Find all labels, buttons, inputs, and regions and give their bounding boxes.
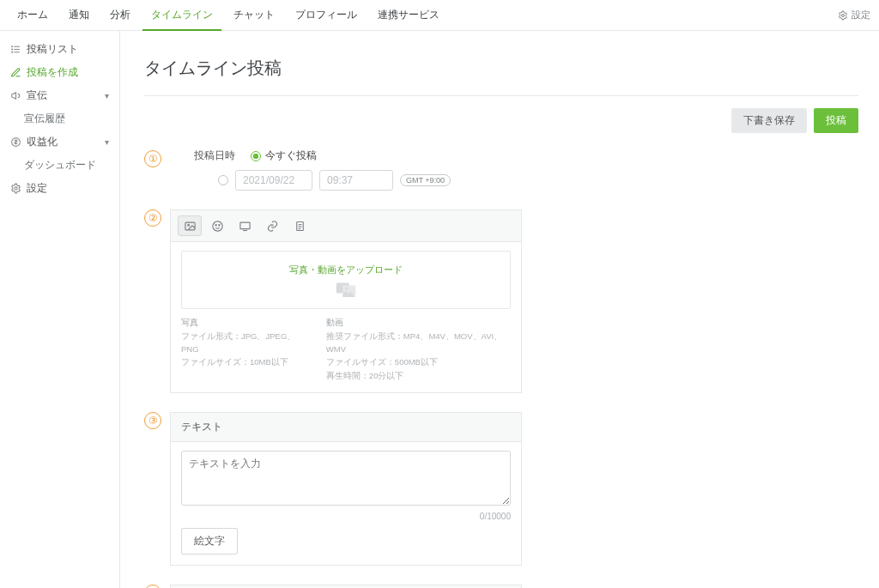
radio-dot-icon — [251, 151, 261, 161]
tab-timeline[interactable]: タイムライン — [142, 0, 221, 31]
sidebar-item-label: 宣伝履歴 — [24, 112, 65, 125]
image-icon — [184, 220, 197, 233]
section-media: ② — [144, 209, 858, 393]
schedule-date-input[interactable] — [235, 170, 312, 191]
radio-schedule-later[interactable] — [218, 175, 228, 185]
clipboard-icon — [294, 220, 306, 233]
monitor-icon — [239, 220, 252, 233]
emoji-button[interactable]: 絵文字 — [181, 528, 238, 555]
upload-title: 写真・動画をアップロード — [182, 264, 510, 276]
text-card: テキスト 0/10000 絵文字 — [170, 412, 522, 566]
video-meta-duration: 再生時間：20分以下 — [326, 369, 511, 382]
svg-point-13 — [218, 224, 219, 225]
gear-icon — [838, 10, 848, 21]
text-section-title: テキスト — [171, 413, 521, 442]
sidebar-item-label: 宣伝 — [27, 89, 47, 102]
svg-point-4 — [12, 46, 13, 47]
link-icon — [266, 220, 279, 233]
divider — [144, 95, 858, 96]
section-location: ④ 位置情報 追加 — [144, 585, 858, 588]
media-card: 写真・動画をアップロード 写真 ファイル形式：JPG、JPEG、PNG ファイル… — [170, 209, 522, 393]
tab-chat[interactable]: チャット — [225, 0, 283, 31]
upload-dropzone[interactable]: 写真・動画をアップロード — [181, 251, 511, 309]
schedule-label: 投稿日時 — [194, 149, 235, 163]
svg-point-10 — [187, 224, 189, 226]
sidebar-item-label: 設定 — [27, 182, 47, 195]
post-text-input[interactable] — [181, 451, 511, 506]
svg-rect-14 — [239, 222, 249, 229]
sidebar-item-settings[interactable]: 設定 — [0, 177, 119, 200]
sidebar-item-create-post[interactable]: 投稿を作成 — [0, 61, 119, 84]
coin-icon — [10, 136, 21, 148]
top-settings-label: 設定 — [852, 9, 870, 21]
sidebar-item-post-list[interactable]: 投稿リスト — [0, 38, 119, 61]
radio-dot-icon — [218, 175, 228, 185]
media-type-tabs — [171, 210, 521, 242]
face-icon — [211, 220, 224, 233]
sidebar-group-monetize[interactable]: 収益化 ▾ — [0, 130, 119, 154]
media-meta: 写真 ファイル形式：JPG、JPEG、PNG ファイルサイズ：10MB以下 動画… — [181, 316, 511, 382]
action-bar: 下書き保存 投稿 — [144, 108, 858, 133]
photo-meta-size: ファイルサイズ：10MB以下 — [181, 355, 306, 368]
tab-notify[interactable]: 通知 — [60, 0, 98, 31]
sidebar-item-label: 投稿リスト — [27, 43, 78, 56]
tab-home[interactable]: ホーム — [9, 0, 57, 31]
section-text: ③ テキスト 0/10000 絵文字 — [144, 412, 858, 566]
photo-meta-format: ファイル形式：JPG、JPEG、PNG — [181, 330, 306, 355]
svg-point-11 — [212, 221, 221, 230]
compose-icon — [10, 67, 21, 78]
video-meta-heading: 動画 — [326, 316, 511, 330]
radio-label: 今すぐ投稿 — [265, 149, 317, 163]
photo-meta-heading: 写真 — [181, 316, 306, 330]
char-counter: 0/10000 — [181, 512, 511, 521]
step-number-4: ④ — [144, 585, 161, 588]
video-meta-format: 推奨ファイル形式：MP4、M4V、MOV、AVI、WMV — [326, 330, 511, 355]
section-schedule: ① 投稿日時 今すぐ投稿 GMT +9:00 — [144, 149, 858, 191]
media-tab-survey[interactable] — [288, 215, 312, 236]
megaphone-icon — [10, 90, 21, 101]
chevron-down-icon: ▾ — [105, 91, 109, 100]
tab-profile[interactable]: プロフィール — [287, 0, 366, 31]
gear-icon — [10, 183, 21, 194]
svg-point-6 — [12, 52, 13, 52]
sidebar-item-label: 投稿を作成 — [27, 66, 78, 79]
step-number-1: ① — [144, 150, 161, 167]
svg-point-5 — [12, 49, 13, 50]
svg-point-12 — [215, 224, 216, 225]
radio-post-now[interactable]: 今すぐ投稿 — [251, 149, 317, 163]
sidebar-item-promo-history[interactable]: 宣伝履歴 — [0, 107, 119, 130]
top-settings[interactable]: 設定 — [838, 9, 870, 21]
schedule-time-input[interactable] — [319, 170, 393, 191]
svg-point-0 — [842, 14, 845, 16]
top-nav: ホーム 通知 分析 タイムライン チャット プロフィール 連携サービス 設定 — [0, 0, 879, 31]
save-draft-button[interactable]: 下書き保存 — [731, 108, 807, 133]
sidebar-item-dashboard[interactable]: ダッシュボード — [0, 154, 119, 177]
media-tab-face[interactable] — [205, 215, 229, 236]
step-number-2: ② — [144, 209, 161, 227]
page-title: タイムライン投稿 — [144, 57, 858, 80]
post-button-top[interactable]: 投稿 — [814, 108, 858, 133]
top-tabs: ホーム 通知 分析 タイムライン チャット プロフィール 連携サービス — [9, 0, 448, 31]
sidebar-item-label: ダッシュボード — [24, 159, 96, 172]
svg-rect-9 — [185, 222, 194, 230]
media-tab-link[interactable] — [260, 215, 284, 236]
gmt-badge: GMT +9:00 — [400, 174, 451, 186]
upload-placeholder-icon — [182, 280, 510, 301]
media-tab-video[interactable] — [233, 215, 257, 236]
sidebar-item-label: 収益化 — [27, 136, 58, 149]
tab-linked[interactable]: 連携サービス — [369, 0, 448, 31]
svg-point-8 — [15, 187, 17, 190]
sidebar: 投稿リスト 投稿を作成 宣伝 ▾ 宣伝履歴 収益化 ▾ ダッシュボード — [0, 31, 120, 588]
tab-analysis[interactable]: 分析 — [101, 0, 139, 31]
step-number-3: ③ — [144, 412, 161, 429]
chevron-down-icon: ▾ — [105, 137, 109, 147]
main-content: タイムライン投稿 下書き保存 投稿 ① 投稿日時 今すぐ投稿 — [120, 31, 879, 588]
location-card: 位置情報 追加 — [170, 585, 522, 588]
media-tab-image[interactable] — [178, 215, 202, 236]
list-icon — [10, 44, 21, 55]
video-meta-size: ファイルサイズ：500MB以下 — [326, 355, 511, 368]
svg-point-22 — [345, 288, 348, 290]
sidebar-group-promo[interactable]: 宣伝 ▾ — [0, 84, 119, 107]
